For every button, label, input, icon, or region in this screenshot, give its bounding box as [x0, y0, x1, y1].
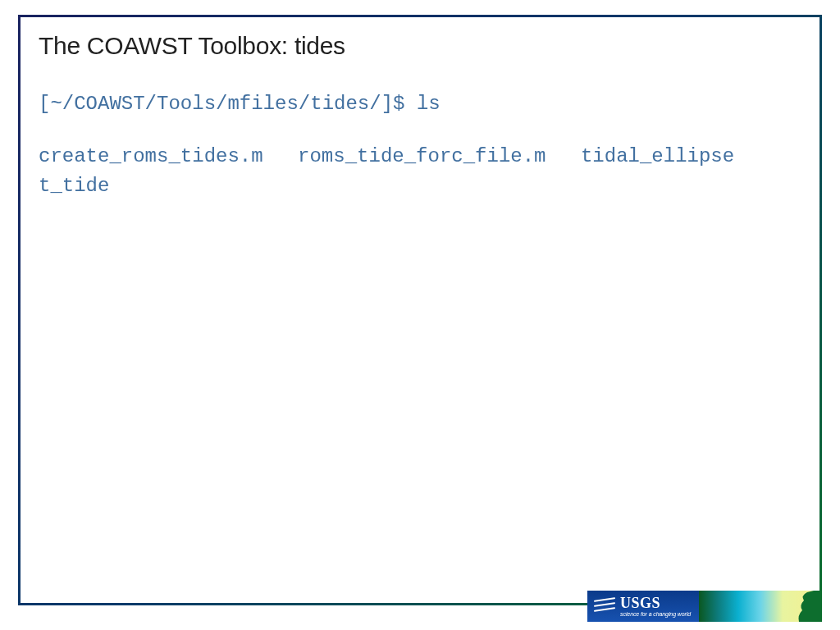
color-band [699, 591, 822, 622]
ls-item: roms_tide_forc_file.m [298, 142, 546, 171]
terminal-block: [~/COAWST/Tools/mfiles/tides/]$ ls creat… [39, 89, 801, 201]
ls-item: create_roms_tides.m [39, 142, 263, 171]
wave-icon [594, 597, 615, 615]
ls-item: tidal_ellipse [581, 142, 734, 171]
terminal-output: create_roms_tides.m roms_tide_forc_file.… [39, 142, 801, 201]
usgs-main-label: USGS [620, 596, 691, 610]
terminal-prompt: [~/COAWST/Tools/mfiles/tides/]$ ls [39, 89, 801, 119]
slide-frame: The COAWST Toolbox: tides [~/COAWST/Tool… [18, 15, 822, 605]
footer-logo: USGS science for a changing world [587, 591, 822, 622]
slide-title: The COAWST Toolbox: tides [39, 32, 801, 60]
map-silhouette-icon [783, 591, 822, 622]
usgs-logo-block: USGS science for a changing world [587, 591, 699, 622]
usgs-text: USGS science for a changing world [620, 596, 691, 617]
ls-item: t_tide [39, 171, 109, 201]
usgs-sub-label: science for a changing world [620, 611, 691, 617]
